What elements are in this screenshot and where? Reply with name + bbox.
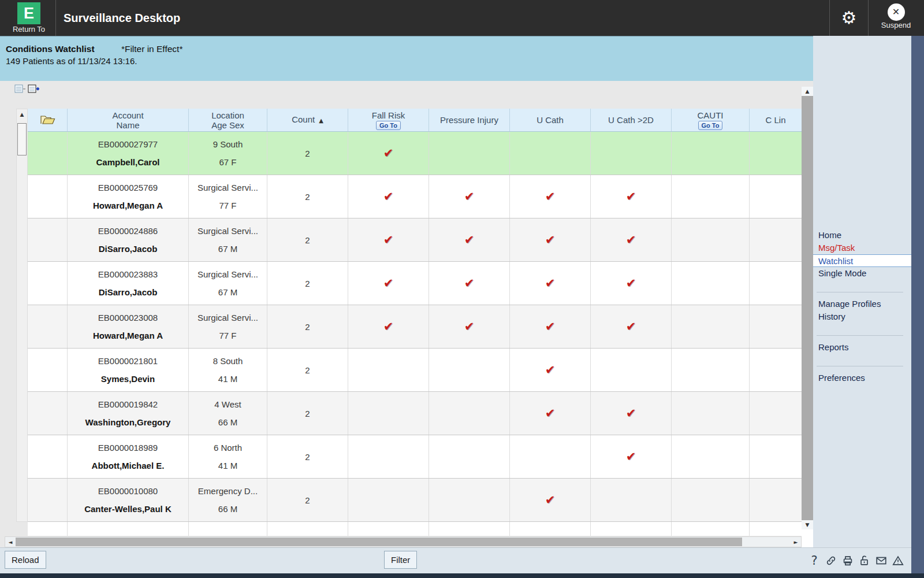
scroll-up-icon[interactable]: ▲	[802, 87, 813, 96]
condition-cell-c_line[interactable]	[750, 435, 802, 478]
condition-cell-pressure_injury[interactable]	[429, 392, 510, 435]
table-row[interactable]: EB0000024886DiSarro,JacobSurgical Servi.…	[28, 218, 802, 262]
scroll-left-icon[interactable]: ◄	[5, 539, 16, 545]
condition-cell-pressure_injury[interactable]	[429, 435, 510, 478]
scroll-right-icon[interactable]: ►	[791, 539, 801, 545]
row-expander-cell[interactable]	[28, 435, 68, 478]
condition-cell-u_cath[interactable]	[510, 435, 591, 478]
table-vertical-scrollbar[interactable]: ▲ ▼	[802, 87, 813, 529]
condition-cell-fall_risk[interactable]: ✔	[348, 262, 429, 305]
left-scrollbar-thumb[interactable]	[17, 123, 27, 155]
condition-cell-u_cath[interactable]: ✔	[510, 479, 591, 521]
condition-cell-c_line[interactable]	[750, 262, 802, 305]
row-expander-cell[interactable]	[28, 132, 68, 175]
condition-cell-cauti[interactable]	[672, 262, 750, 305]
condition-cell-cauti[interactable]	[672, 349, 750, 391]
condition-cell-pressure_injury[interactable]	[429, 349, 510, 391]
condition-cell-u_cath_gt_2d[interactable]	[591, 132, 672, 175]
sidebar-item-home[interactable]: Home	[813, 229, 911, 242]
column-header-location[interactable]: LocationAge Sex	[189, 109, 267, 131]
condition-cell-u_cath[interactable]: ✔	[510, 392, 591, 435]
condition-cell-fall_risk[interactable]: ✔	[348, 132, 429, 175]
condition-cell-cauti[interactable]	[672, 175, 750, 218]
condition-cell-cauti[interactable]	[672, 479, 750, 521]
condition-cell-cauti[interactable]	[672, 392, 750, 435]
condition-cell-c_line[interactable]	[750, 349, 802, 391]
condition-cell-u_cath_gt_2d[interactable]	[591, 479, 672, 521]
condition-cell-c_line[interactable]	[750, 479, 802, 521]
warning-icon[interactable]	[891, 554, 905, 568]
condition-cell-pressure_injury[interactable]: ✔	[429, 262, 510, 305]
column-header-fall_risk[interactable]: Fall RiskGo To	[348, 109, 429, 131]
condition-cell-u_cath[interactable]: ✔	[510, 175, 591, 218]
condition-cell-c_line[interactable]	[750, 305, 802, 348]
column-header-u_cath_gt_2d[interactable]: U Cath >2D	[591, 109, 672, 131]
condition-cell-pressure_injury[interactable]: ✔	[429, 305, 510, 348]
condition-cell-c_line[interactable]	[750, 218, 802, 261]
reload-button[interactable]: Reload	[5, 551, 46, 569]
table-row[interactable]: EB0000027977Campbell,Carol9 South67 F2✔	[28, 132, 802, 175]
column-header-u_cath[interactable]: U Cath	[510, 109, 591, 131]
table-row[interactable]: EB0000018989Abbott,Michael E.6 North41 M…	[28, 435, 802, 479]
table-row[interactable]: EB0000021801Symes,Devin8 South41 M2✔	[28, 349, 802, 392]
condition-cell-fall_risk[interactable]: ✔	[348, 305, 429, 348]
table-row[interactable]: EB0000019842Washington,Gregory4 West66 M…	[28, 392, 802, 435]
condition-cell-u_cath[interactable]	[510, 132, 591, 175]
return-to-button[interactable]: E Return To	[3, 1, 54, 34]
table-row[interactable]: EB0000023008Howard,Megan ASurgical Servi…	[28, 305, 802, 349]
open-chart-folder-icon[interactable]	[40, 114, 55, 127]
condition-cell-c_line[interactable]	[750, 132, 802, 175]
condition-cell-pressure_injury[interactable]: ✔	[429, 218, 510, 261]
row-expander-cell[interactable]	[28, 305, 68, 348]
scroll-up-icon[interactable]: ▲	[17, 109, 27, 120]
condition-cell-u_cath_gt_2d[interactable]: ✔	[591, 262, 672, 305]
sidebar-item-reports[interactable]: Reports	[813, 341, 911, 354]
condition-cell-u_cath[interactable]: ✔	[510, 305, 591, 348]
row-expander-cell[interactable]	[28, 175, 68, 218]
condition-cell-u_cath_gt_2d[interactable]: ✔	[591, 175, 672, 218]
condition-cell-fall_risk[interactable]	[348, 392, 429, 435]
suspend-button[interactable]: ✕ Suspend	[869, 0, 923, 36]
row-expander-cell[interactable]	[28, 349, 68, 391]
table-row[interactable]: EB0000023883DiSarro,JacobSurgical Servi.…	[28, 262, 802, 305]
column-header-expander[interactable]	[28, 109, 68, 131]
sidebar-item-msg-task[interactable]: Msg/Task	[813, 242, 911, 254]
condition-cell-fall_risk[interactable]	[348, 479, 429, 521]
unlock-icon[interactable]	[858, 554, 871, 568]
column-header-account[interactable]: AccountName	[68, 109, 189, 131]
row-expander-cell[interactable]	[28, 392, 68, 435]
row-expander-cell[interactable]	[28, 479, 68, 521]
table-left-scrollbar[interactable]: ▲	[16, 109, 28, 522]
row-expander-cell[interactable]	[28, 262, 68, 305]
condition-cell-fall_risk[interactable]: ✔	[348, 175, 429, 218]
condition-cell-pressure_injury[interactable]	[429, 479, 510, 521]
condition-cell-pressure_injury[interactable]: ✔	[429, 175, 510, 218]
filter-button[interactable]: Filter	[384, 551, 417, 569]
column-header-cauti[interactable]: CAUTIGo To	[672, 109, 750, 131]
condition-cell-cauti[interactable]	[672, 218, 750, 261]
expand-all-rows-icon[interactable]	[28, 84, 40, 96]
condition-cell-u_cath_gt_2d[interactable]: ✔	[591, 218, 672, 261]
condition-cell-cauti[interactable]	[672, 132, 750, 175]
sidebar-item-manage-profiles[interactable]: Manage Profiles	[813, 298, 911, 310]
table-horizontal-scrollbar[interactable]: ◄ ►	[5, 536, 802, 547]
table-row[interactable]: EB0000025769Howard,Megan ASurgical Servi…	[28, 175, 802, 218]
condition-cell-c_line[interactable]	[750, 175, 802, 218]
mail-icon[interactable]	[874, 554, 888, 568]
condition-cell-u_cath_gt_2d[interactable]: ✔	[591, 392, 672, 435]
column-header-count[interactable]: Count▲	[267, 109, 348, 131]
sidebar-item-watchlist[interactable]: Watchlist	[813, 254, 911, 267]
column-header-c_line[interactable]: C Lin	[750, 109, 802, 131]
collapse-all-rows-icon[interactable]	[14, 84, 26, 96]
link-icon[interactable]	[824, 554, 838, 568]
condition-cell-fall_risk[interactable]	[348, 435, 429, 478]
condition-cell-pressure_injury[interactable]	[429, 132, 510, 175]
help-icon[interactable]: ?	[807, 554, 821, 568]
sidebar-item-history[interactable]: History	[813, 310, 911, 323]
horizontal-scrollbar-thumb[interactable]	[16, 538, 742, 546]
condition-cell-fall_risk[interactable]	[348, 349, 429, 391]
column-header-pressure_injury[interactable]: Pressure Injury	[429, 109, 510, 131]
vertical-scrollbar-thumb[interactable]	[802, 96, 813, 520]
condition-cell-cauti[interactable]	[672, 305, 750, 348]
condition-cell-u_cath_gt_2d[interactable]: ✔	[591, 305, 672, 348]
